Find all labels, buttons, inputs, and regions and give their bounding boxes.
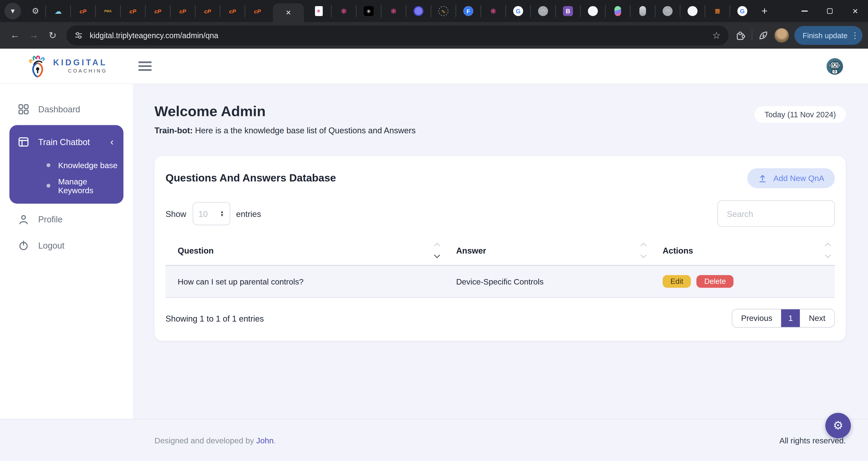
github-icon <box>688 6 698 16</box>
cpanel-tab[interactable]: cP <box>120 5 145 17</box>
minimize-button[interactable] <box>792 0 817 22</box>
column-header-actions[interactable]: Actions <box>651 236 835 265</box>
browser-profile-avatar[interactable] <box>774 28 789 43</box>
dashboard-grid-icon <box>18 104 29 115</box>
cpanel-tab[interactable]: cP <box>245 5 270 17</box>
truehost-cloud-tab[interactable]: ☁ <box>45 5 70 17</box>
gear-icon: ⚙ <box>833 419 843 432</box>
cpanel-tab[interactable]: cP <box>145 5 170 17</box>
edit-button[interactable]: Edit <box>662 275 691 288</box>
phpmyadmin-tab[interactable]: PMA <box>95 5 120 17</box>
back-button[interactable]: ← <box>5 26 24 45</box>
column-header-question[interactable]: Question <box>165 236 444 265</box>
active-tab[interactable]: ✕ <box>273 3 304 22</box>
globe-tab[interactable]: ◠ <box>655 5 680 17</box>
forward-button[interactable]: → <box>24 26 43 45</box>
page-subtitle: Train-bot: Here is a the knowledge base … <box>154 126 416 135</box>
sidebar-item-label: Profile <box>38 214 63 224</box>
chatgpt-tab[interactable]: ✳ <box>356 5 381 17</box>
google-tab[interactable]: G <box>505 5 530 17</box>
performance-leaf-icon[interactable] <box>758 30 769 41</box>
cpanel-tab[interactable]: cP <box>70 5 95 17</box>
upload-icon <box>758 174 767 183</box>
sort-asc-icon[interactable] <box>434 243 441 247</box>
page-size-select[interactable]: 10 ▲▼ <box>192 202 230 225</box>
sidebar-subitem-knowledge-base[interactable]: Knowledge base <box>9 155 123 176</box>
date-badge: Today (11 Nov 2024) <box>754 106 846 123</box>
footer-credit: Designed and developed by John. <box>154 436 276 445</box>
sidebar-subitem-manage-keywords[interactable]: Manage Keywords <box>9 175 123 196</box>
person-icon <box>18 214 29 225</box>
author-link[interactable]: John <box>256 436 274 445</box>
cpanel-tab[interactable]: cP <box>220 5 245 17</box>
sidebar-item-profile[interactable]: Profile <box>0 206 133 232</box>
kidgital-doc-tab[interactable]: ❋ <box>306 5 331 17</box>
finish-update-button[interactable]: Finish update ⋮ <box>794 26 862 45</box>
cpanel-icon: cP <box>178 6 188 16</box>
sort-icons[interactable] <box>434 243 441 258</box>
github-tab[interactable] <box>680 5 705 17</box>
close-tab-icon[interactable]: ✕ <box>286 9 291 17</box>
subtitle-label: Train-bot: <box>154 126 193 135</box>
card-title: Questions And Answers Database <box>165 172 336 184</box>
app-header: KIDGITAL COACHING <box>0 49 868 84</box>
browser-window: ▼ ⚙ ☁cPPMAcPcPcPcPcPcP ✕ ❋❋✳❋∿F❋G◠B◠≣G +… <box>0 0 868 461</box>
tab-search-button[interactable]: ▼ <box>4 3 21 19</box>
browser-menu-icon[interactable]: ⋮ <box>851 31 859 40</box>
pagination-previous[interactable]: Previous <box>732 309 781 327</box>
column-header-answer[interactable]: Answer <box>444 236 650 265</box>
close-window-button[interactable]: ✕ <box>842 0 868 22</box>
sort-desc-icon[interactable] <box>434 254 441 258</box>
sidebar-item-logout[interactable]: Logout <box>0 233 133 258</box>
reload-icon: ↻ <box>49 30 57 41</box>
kidgital-tab[interactable]: ❋ <box>331 5 356 17</box>
purple-orb-tab[interactable] <box>406 5 431 17</box>
reload-button[interactable]: ↻ <box>43 26 62 45</box>
user-avatar-robot[interactable] <box>827 58 843 74</box>
google-tab[interactable]: G <box>730 5 754 17</box>
globe-tab[interactable]: ◠ <box>530 5 555 17</box>
settings-tab[interactable]: ⚙ <box>26 5 45 17</box>
pagination-page-1[interactable]: 1 <box>781 309 800 327</box>
url-text[interactable]: kidgital.triplyteagency.com/admin/qna <box>90 31 218 40</box>
sort-desc-icon[interactable] <box>640 254 647 258</box>
fontawesome-loading-tab[interactable]: F <box>456 5 480 17</box>
cpanel-tab[interactable]: cP <box>195 5 220 17</box>
bookmark-star-icon[interactable]: ☆ <box>712 30 721 41</box>
url-bar[interactable]: kidgital.triplyteagency.com/admin/qna ☆ <box>66 26 728 45</box>
pagination-next[interactable]: Next <box>800 309 834 327</box>
delete-button[interactable]: Delete <box>697 275 734 288</box>
sort-asc-icon[interactable] <box>825 243 832 247</box>
window-controls: ✕ <box>792 0 868 22</box>
stackoverflow-tab[interactable]: ≣ <box>705 5 730 17</box>
sort-icons[interactable] <box>825 243 832 258</box>
github-icon <box>588 6 598 16</box>
settings-fab-button[interactable]: ⚙ <box>825 413 851 438</box>
bootstrap-tab[interactable]: B <box>555 5 580 17</box>
gray-pill-tab[interactable] <box>630 5 655 17</box>
restore-button[interactable] <box>817 0 843 22</box>
forward-icon: → <box>29 30 39 41</box>
add-new-qna-button[interactable]: Add New QnA <box>747 168 835 188</box>
color-pill-tab[interactable] <box>605 5 630 17</box>
layout-window-icon <box>18 137 29 147</box>
analytics-loading-tab[interactable]: ∿ <box>431 5 456 17</box>
pagination: Previous 1 Next <box>732 309 835 328</box>
sidebar-item-dashboard[interactable]: Dashboard <box>0 96 133 122</box>
collapse-chevron-icon[interactable]: ‹ <box>110 137 114 147</box>
kidgital-tab[interactable]: ❋ <box>381 5 406 17</box>
gear-icon: ⚙ <box>32 6 39 16</box>
sort-asc-icon[interactable] <box>640 243 647 247</box>
github-tab[interactable] <box>580 5 605 17</box>
extensions-puzzle-icon[interactable] <box>735 30 746 41</box>
brand-logo[interactable]: KIDGITAL COACHING <box>27 54 107 79</box>
cpanel-tab[interactable]: cP <box>170 5 195 17</box>
kidgital-tab[interactable]: ❋ <box>480 5 505 17</box>
search-input[interactable] <box>717 201 835 227</box>
new-tab-button[interactable]: + <box>754 1 774 21</box>
sort-desc-icon[interactable] <box>825 254 832 258</box>
sidebar-item-train-chatbot[interactable]: Train Chatbot ‹ <box>9 129 123 155</box>
sidebar-toggle-hamburger-icon[interactable] <box>138 61 152 71</box>
site-controls-icon[interactable] <box>74 31 83 40</box>
sort-icons[interactable] <box>640 243 647 258</box>
